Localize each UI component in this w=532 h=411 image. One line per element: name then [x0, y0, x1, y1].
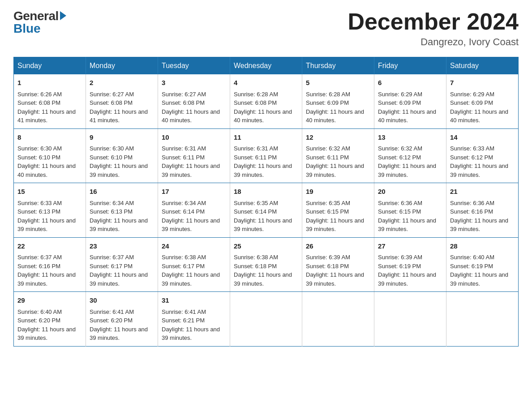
daylight-text: Daylight: 11 hours and 39 minutes. — [90, 162, 154, 179]
calendar-cell: 13Sunrise: 6:32 AMSunset: 6:12 PMDayligh… — [374, 128, 446, 183]
day-of-week-header: Thursday — [302, 57, 374, 75]
sunset-text: Sunset: 6:17 PM — [162, 262, 226, 271]
day-number: 20 — [378, 187, 442, 197]
daylight-text: Daylight: 11 hours and 39 minutes. — [90, 325, 154, 342]
calendar-cell: 31Sunrise: 6:41 AMSunset: 6:21 PMDayligh… — [158, 292, 230, 347]
sunset-text: Sunset: 6:16 PM — [17, 262, 82, 271]
sunrise-text: Sunrise: 6:29 AM — [378, 90, 442, 99]
calendar-cell: 8Sunrise: 6:30 AMSunset: 6:10 PMDaylight… — [14, 128, 86, 183]
sunrise-text: Sunrise: 6:38 AM — [162, 253, 226, 262]
day-number: 29 — [17, 295, 82, 306]
calendar-table: SundayMondayTuesdayWednesdayThursdayFrid… — [13, 57, 519, 347]
daylight-text: Daylight: 11 hours and 39 minutes. — [234, 162, 298, 179]
calendar-cell: 10Sunrise: 6:31 AMSunset: 6:11 PMDayligh… — [158, 128, 230, 183]
sunset-text: Sunset: 6:20 PM — [90, 316, 154, 325]
calendar-cell: 6Sunrise: 6:29 AMSunset: 6:09 PMDaylight… — [374, 74, 446, 128]
calendar-cell: 18Sunrise: 6:35 AMSunset: 6:14 PMDayligh… — [230, 183, 302, 238]
day-of-week-header: Sunday — [14, 57, 86, 75]
calendar-cell: 25Sunrise: 6:38 AMSunset: 6:18 PMDayligh… — [230, 237, 302, 292]
sunset-text: Sunset: 6:08 PM — [162, 98, 226, 107]
calendar-cell: 5Sunrise: 6:28 AMSunset: 6:09 PMDaylight… — [302, 74, 374, 128]
day-number: 22 — [17, 241, 82, 252]
daylight-text: Daylight: 11 hours and 39 minutes. — [378, 162, 442, 179]
calendar-cell: 29Sunrise: 6:40 AMSunset: 6:20 PMDayligh… — [14, 292, 86, 347]
logo: General Blue — [13, 9, 66, 36]
calendar-week-row: 1Sunrise: 6:26 AMSunset: 6:08 PMDaylight… — [14, 74, 519, 128]
sunset-text: Sunset: 6:09 PM — [450, 98, 515, 107]
calendar-cell: 28Sunrise: 6:40 AMSunset: 6:19 PMDayligh… — [446, 237, 519, 292]
sunrise-text: Sunrise: 6:27 AM — [162, 90, 226, 99]
daylight-text: Daylight: 11 hours and 39 minutes. — [162, 216, 226, 234]
sunrise-text: Sunrise: 6:29 AM — [450, 90, 515, 99]
day-number: 8 — [17, 133, 82, 143]
sunrise-text: Sunrise: 6:26 AM — [17, 90, 82, 99]
sunset-text: Sunset: 6:08 PM — [17, 98, 82, 107]
daylight-text: Daylight: 11 hours and 39 minutes. — [378, 216, 442, 234]
sunset-text: Sunset: 6:09 PM — [378, 98, 442, 107]
sunrise-text: Sunrise: 6:32 AM — [306, 144, 370, 153]
sunrise-text: Sunrise: 6:27 AM — [90, 90, 154, 99]
calendar-cell: 24Sunrise: 6:38 AMSunset: 6:17 PMDayligh… — [158, 237, 230, 292]
day-number: 3 — [162, 78, 226, 88]
calendar-header: SundayMondayTuesdayWednesdayThursdayFrid… — [14, 57, 519, 75]
daylight-text: Daylight: 11 hours and 39 minutes. — [17, 216, 82, 234]
day-number: 2 — [90, 78, 154, 88]
day-number: 30 — [90, 295, 154, 306]
sunset-text: Sunset: 6:11 PM — [162, 153, 226, 162]
daylight-text: Daylight: 11 hours and 39 minutes. — [306, 216, 370, 234]
day-number: 10 — [162, 133, 226, 143]
sunset-text: Sunset: 6:15 PM — [378, 207, 442, 216]
day-number: 14 — [450, 133, 515, 143]
sunset-text: Sunset: 6:15 PM — [306, 207, 370, 216]
day-number: 17 — [162, 187, 226, 197]
daylight-text: Daylight: 11 hours and 39 minutes. — [306, 270, 370, 288]
calendar-cell: 4Sunrise: 6:28 AMSunset: 6:08 PMDaylight… — [230, 74, 302, 128]
sunrise-text: Sunrise: 6:39 AM — [306, 253, 370, 262]
day-number: 26 — [306, 241, 370, 252]
calendar-cell — [302, 292, 374, 347]
sunrise-text: Sunrise: 6:28 AM — [234, 90, 298, 99]
daylight-text: Daylight: 11 hours and 39 minutes. — [234, 216, 298, 234]
sunrise-text: Sunrise: 6:32 AM — [378, 144, 442, 153]
calendar-cell: 22Sunrise: 6:37 AMSunset: 6:16 PMDayligh… — [14, 237, 86, 292]
calendar-week-row: 29Sunrise: 6:40 AMSunset: 6:20 PMDayligh… — [14, 292, 519, 347]
sunset-text: Sunset: 6:12 PM — [450, 153, 515, 162]
calendar-cell: 19Sunrise: 6:35 AMSunset: 6:15 PMDayligh… — [302, 183, 374, 238]
daylight-text: Daylight: 11 hours and 40 minutes. — [450, 107, 515, 125]
day-of-week-header: Tuesday — [158, 57, 230, 75]
sunset-text: Sunset: 6:19 PM — [378, 262, 442, 271]
calendar-cell — [374, 292, 446, 347]
day-number: 16 — [90, 187, 154, 197]
day-number: 18 — [234, 187, 298, 197]
day-number: 7 — [450, 78, 515, 88]
sunrise-text: Sunrise: 6:33 AM — [450, 144, 515, 153]
day-number: 12 — [306, 133, 370, 143]
sunset-text: Sunset: 6:18 PM — [234, 262, 298, 271]
daylight-text: Daylight: 11 hours and 39 minutes. — [450, 216, 515, 234]
daylight-text: Daylight: 11 hours and 39 minutes. — [306, 162, 370, 179]
title-area: December 2024 Dangrezo, Ivory Coast — [348, 9, 519, 48]
sunrise-text: Sunrise: 6:31 AM — [234, 144, 298, 153]
calendar-cell: 30Sunrise: 6:41 AMSunset: 6:20 PMDayligh… — [86, 292, 158, 347]
day-number: 13 — [378, 133, 442, 143]
sunset-text: Sunset: 6:21 PM — [162, 316, 226, 325]
sunrise-text: Sunrise: 6:35 AM — [306, 199, 370, 208]
sunrise-text: Sunrise: 6:38 AM — [234, 253, 298, 262]
sunset-text: Sunset: 6:18 PM — [306, 262, 370, 271]
daylight-text: Daylight: 11 hours and 40 minutes. — [306, 107, 370, 125]
sunrise-text: Sunrise: 6:36 AM — [378, 199, 442, 208]
calendar-week-row: 22Sunrise: 6:37 AMSunset: 6:16 PMDayligh… — [14, 237, 519, 292]
calendar-cell: 11Sunrise: 6:31 AMSunset: 6:11 PMDayligh… — [230, 128, 302, 183]
sunrise-text: Sunrise: 6:41 AM — [90, 308, 154, 317]
days-of-week-row: SundayMondayTuesdayWednesdayThursdayFrid… — [14, 57, 519, 75]
sunrise-text: Sunrise: 6:37 AM — [90, 253, 154, 262]
sunset-text: Sunset: 6:11 PM — [234, 153, 298, 162]
page-header: General Blue December 2024 Dangrezo, Ivo… — [13, 9, 519, 48]
sunrise-text: Sunrise: 6:40 AM — [17, 308, 82, 317]
sunrise-text: Sunrise: 6:30 AM — [90, 144, 154, 153]
daylight-text: Daylight: 11 hours and 40 minutes. — [378, 107, 442, 125]
sunset-text: Sunset: 6:17 PM — [90, 262, 154, 271]
sunrise-text: Sunrise: 6:40 AM — [450, 253, 515, 262]
sunset-text: Sunset: 6:08 PM — [234, 98, 298, 107]
calendar-cell: 15Sunrise: 6:33 AMSunset: 6:13 PMDayligh… — [14, 183, 86, 238]
